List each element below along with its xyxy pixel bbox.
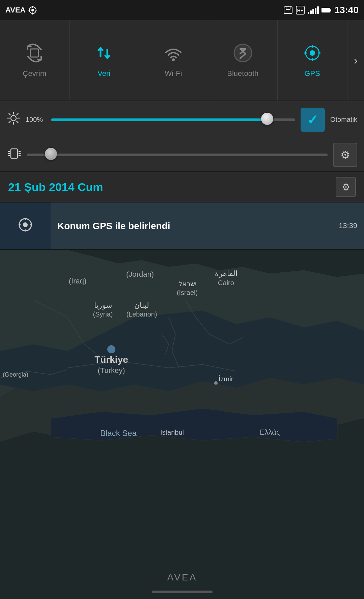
svg-text:(Syria): (Syria) — [93, 310, 113, 318]
volume-row: ⚙ — [0, 138, 364, 172]
toggle-data[interactable]: Veri — [69, 20, 139, 101]
signal-strength-icon — [308, 6, 319, 14]
status-bar: AVEA H+ 13:40 — [0, 0, 364, 20]
gps-toggle-icon — [302, 43, 323, 66]
svg-text:Cairo: Cairo — [218, 279, 234, 287]
date-row: 21 Şub 2014 Cum ⚙ — [0, 172, 364, 202]
svg-point-11 — [172, 58, 175, 61]
notification-title: Konum GPS ile belirlendi — [57, 221, 170, 232]
rotation-icon — [24, 43, 45, 66]
brightness-percent: 100% — [26, 116, 46, 124]
svg-point-19 — [11, 115, 16, 121]
svg-point-42 — [107, 345, 115, 353]
svg-rect-7 — [286, 7, 290, 9]
svg-rect-28 — [11, 149, 18, 158]
toggle-more-arrow[interactable]: › — [347, 20, 364, 101]
svg-text:H+: H+ — [297, 8, 303, 13]
gps-status-icon — [28, 6, 37, 15]
bluetooth-label: Bluetooth — [227, 69, 258, 78]
svg-line-25 — [17, 121, 18, 122]
map-watermark: AVEA — [167, 572, 197, 582]
notification-gps[interactable]: Konum GPS ile belirlendi 13:39 — [0, 202, 364, 250]
wifi-label: Wi-Fi — [165, 69, 182, 78]
bluetooth-icon — [233, 43, 253, 66]
toggle-gps[interactable]: GPS — [278, 20, 347, 101]
brightness-icon — [7, 111, 20, 128]
svg-rect-6 — [284, 7, 292, 13]
notification-time: 13:39 — [332, 221, 357, 230]
svg-text:القاهرة: القاهرة — [215, 269, 237, 278]
svg-text:(Israel): (Israel) — [177, 289, 198, 296]
brightness-track — [51, 118, 295, 121]
checkmark-icon: ✓ — [307, 112, 318, 128]
battery-icon — [321, 8, 330, 12]
svg-point-12 — [234, 44, 252, 62]
toggle-wifi[interactable]: Wi-Fi — [139, 20, 208, 101]
brightness-thumb[interactable] — [261, 113, 273, 125]
svg-point-56 — [214, 381, 218, 385]
map-svg: (Iraq) (Jordan) ישראל (Israel) القاهرة C… — [0, 250, 364, 599]
svg-text:Türkiye: Türkiye — [94, 354, 128, 365]
brightness-row: 100% ✓ Otomatik — [0, 101, 364, 138]
location-pin-icon — [15, 216, 35, 236]
svg-rect-10 — [30, 49, 38, 57]
carrier-info: AVEA — [5, 6, 37, 15]
svg-line-27 — [9, 121, 10, 122]
notification-content: Konum GPS ile belirlendi 13:39 — [51, 202, 364, 249]
svg-text:İzmir: İzmir — [219, 375, 233, 383]
svg-line-26 — [17, 114, 18, 115]
svg-text:(Turkey): (Turkey) — [97, 366, 125, 375]
svg-text:لبنان: لبنان — [134, 301, 149, 309]
rotation-label: Çevrim — [23, 69, 47, 78]
volume-slider[interactable] — [27, 153, 328, 157]
svg-point-14 — [310, 50, 315, 56]
svg-text:(Lebanon): (Lebanon) — [126, 310, 157, 318]
vibrate-icon — [7, 146, 22, 164]
data-label: Veri — [97, 69, 110, 78]
svg-text:ישראל: ישראל — [178, 280, 196, 288]
sim-icon — [283, 5, 293, 15]
gps-label: GPS — [304, 69, 320, 78]
svg-text:(Jordan): (Jordan) — [126, 270, 154, 278]
svg-text:سوريا: سوريا — [94, 301, 112, 310]
carrier-name: AVEA — [5, 6, 26, 15]
toggle-rotation[interactable]: Çevrim — [0, 20, 69, 101]
brightness-slider[interactable] — [51, 117, 295, 122]
volume-thumb[interactable] — [45, 148, 57, 160]
svg-rect-61 — [152, 591, 213, 593]
map-area[interactable]: (Iraq) (Jordan) ישראל (Israel) القاهرة C… — [0, 250, 364, 599]
notification-icon-wrap — [0, 202, 51, 249]
date-display: 21 Şub 2014 Cum — [8, 181, 329, 194]
sound-settings-button[interactable]: ⚙ — [333, 143, 357, 167]
volume-track — [27, 154, 328, 156]
toggle-bluetooth[interactable]: Bluetooth — [208, 20, 278, 101]
settings-gear-icon: ⚙ — [342, 182, 350, 193]
gear-icon: ⚙ — [340, 148, 350, 161]
svg-text:(Georgia): (Georgia) — [3, 371, 28, 378]
date-settings-button[interactable]: ⚙ — [336, 177, 356, 197]
status-right-icons: H+ 13:40 — [283, 5, 359, 16]
svg-text:Ελλάς: Ελλάς — [260, 428, 280, 436]
svg-point-36 — [23, 222, 28, 227]
quick-toggles-bar: Çevrim Veri Wi-Fi — [0, 20, 364, 101]
svg-point-1 — [31, 9, 34, 11]
auto-brightness-button[interactable]: ✓ — [301, 108, 325, 132]
svg-text:(Iraq): (Iraq) — [69, 277, 87, 285]
svg-line-24 — [9, 114, 10, 115]
wifi-icon — [163, 43, 184, 66]
arrow-icon: › — [354, 54, 358, 67]
notification-header: Konum GPS ile belirlendi 13:39 — [57, 221, 357, 232]
svg-text:İstanbul: İstanbul — [160, 429, 184, 436]
data-icon — [94, 43, 114, 66]
auto-label: Otomatik — [330, 116, 357, 124]
svg-text:Black Sea: Black Sea — [100, 429, 137, 438]
time-display: 13:40 — [334, 5, 359, 16]
data-transfer-icon: H+ — [296, 5, 305, 15]
brightness-fill — [51, 118, 266, 121]
